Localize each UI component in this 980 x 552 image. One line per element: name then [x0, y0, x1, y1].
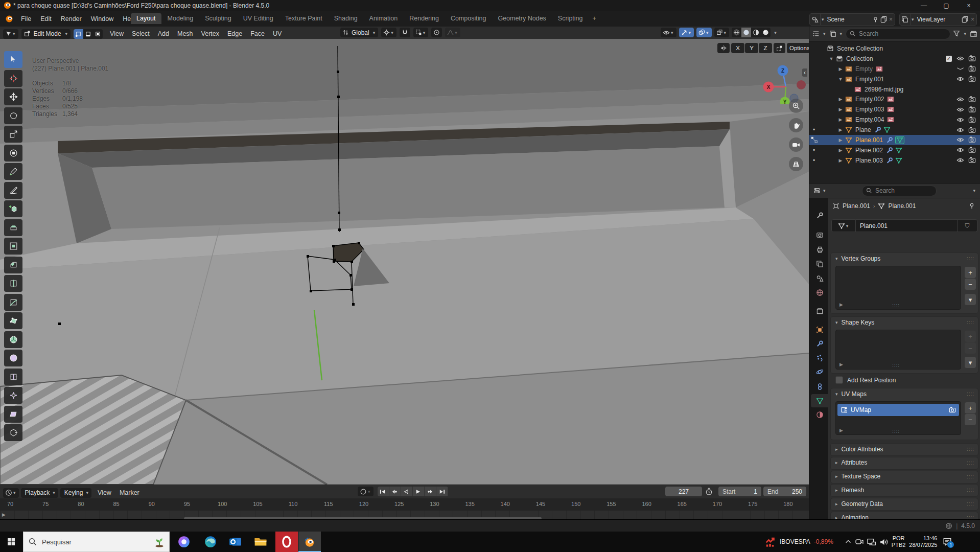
play-reverse-button[interactable]: [401, 487, 413, 496]
expand-arrow[interactable]: ▶: [837, 127, 844, 132]
hide-viewport-toggle[interactable]: [955, 106, 965, 113]
play-button[interactable]: [413, 487, 425, 496]
outliner-row-plane[interactable]: •▶Plane: [809, 125, 980, 135]
blender-menu-icon[interactable]: [2, 15, 16, 23]
workspace-tab-sculpting[interactable]: Sculpting: [199, 13, 237, 24]
tool-smooth[interactable]: [4, 350, 22, 366]
object-name[interactable]: 26986-mid.jpg: [865, 86, 903, 93]
workspace-tab-scripting[interactable]: Scripting: [552, 13, 589, 24]
expand-arrow[interactable]: ▶: [837, 148, 844, 153]
editor-type-button[interactable]: ▾: [3, 29, 18, 39]
pin-id-icon[interactable]: [968, 202, 975, 210]
expand-arrow[interactable]: ▶: [837, 117, 844, 122]
object-name[interactable]: Plane: [855, 126, 871, 133]
timeline-editor-type-button[interactable]: ▾: [3, 488, 19, 498]
timeline-menu-playback[interactable]: Playback▾: [21, 488, 58, 498]
add-vertex-group-button[interactable]: +: [965, 267, 976, 278]
start-button[interactable]: [0, 532, 22, 552]
taskbar-app-copilot[interactable]: [173, 532, 195, 552]
menu-render[interactable]: Render: [56, 11, 86, 27]
viewport-menu-add[interactable]: Add: [154, 28, 173, 40]
workspace-tab-compositing[interactable]: Compositing: [445, 13, 492, 24]
tool-rotate[interactable]: [4, 107, 22, 124]
list-expand-arrow[interactable]: ▶: [839, 362, 843, 367]
disable-render-toggle[interactable]: [967, 75, 977, 83]
add-uv-map-button[interactable]: +: [965, 402, 976, 413]
timeline-menu-marker[interactable]: Marker: [115, 487, 144, 499]
hide-viewport-toggle[interactable]: [955, 96, 965, 103]
outliner-row-empty-001[interactable]: ▼Empty.001: [809, 74, 980, 84]
menu-window[interactable]: Window: [86, 11, 118, 27]
mirror-axis-x-button[interactable]: X: [731, 43, 744, 53]
uv-maps-list[interactable]: UVMap ▶ ::::: [835, 401, 961, 435]
sidebar-collapse-arrow[interactable]: ‹: [802, 68, 807, 77]
tray-camera-icon[interactable]: [855, 538, 864, 546]
channels-expand-arrow[interactable]: ▶: [2, 512, 6, 517]
hide-viewport-toggle[interactable]: [955, 126, 965, 134]
outliner-search-input[interactable]: Search: [846, 29, 950, 39]
workspace-tab-animation[interactable]: Animation: [364, 13, 404, 24]
taskbar-app-blender[interactable]: [298, 532, 321, 552]
disable-render-toggle[interactable]: [967, 96, 977, 103]
workspace-tab-layout[interactable]: Layout: [131, 13, 161, 24]
properties-tab-material[interactable]: [811, 408, 828, 421]
outliner-row-empty-003[interactable]: ▶Empty.003: [809, 104, 980, 114]
filter-funnel-icon[interactable]: [953, 30, 960, 37]
tool-shear[interactable]: [4, 406, 22, 423]
new-collection-button[interactable]: [970, 30, 977, 38]
tool-spin[interactable]: [4, 331, 22, 348]
object-name[interactable]: Collection: [846, 55, 873, 62]
pin-icon[interactable]: [872, 16, 879, 23]
navigation-gizmo[interactable]: Z X Y: [762, 57, 809, 104]
current-frame-field[interactable]: 227: [665, 487, 702, 496]
gizmos-toggle[interactable]: ▾: [679, 28, 694, 37]
viewport-menu-select[interactable]: Select: [128, 28, 154, 40]
vertex-groups-panel-header[interactable]: ▾Vertex Groups::::: [831, 253, 978, 264]
language-indicator[interactable]: PORPTB2: [892, 535, 906, 548]
tool-add-cube[interactable]: [4, 200, 22, 217]
auto-keying-toggle[interactable]: ▾: [358, 487, 374, 496]
breadcrumb-data[interactable]: Plane.001: [888, 202, 916, 210]
menu-file[interactable]: File: [16, 11, 36, 27]
camera-view-button[interactable]: [789, 137, 803, 152]
new-scene-icon[interactable]: [880, 16, 888, 23]
shape-keys-list[interactable]: ▶ ::::: [835, 330, 961, 370]
taskbar-search[interactable]: Pesquisar: [23, 532, 170, 552]
shading-solid-button[interactable]: [741, 28, 751, 37]
remove-shape-key-button[interactable]: −: [965, 342, 976, 354]
mode-dropdown[interactable]: Edit Mode ▾: [21, 29, 71, 39]
pivot-dropdown[interactable]: ▾: [381, 28, 396, 37]
ticker-name[interactable]: IBOVESPA: [780, 539, 810, 545]
snap-target-dropdown[interactable]: ▾: [413, 28, 429, 37]
disable-render-toggle[interactable]: [967, 146, 977, 154]
shape-key-specials-dropdown[interactable]: ▾: [965, 357, 976, 368]
new-view-layer-icon[interactable]: [962, 16, 969, 23]
outliner-row-scene-collection[interactable]: Scene Collection: [809, 43, 980, 54]
minimize-button[interactable]: —: [913, 0, 935, 11]
3d-viewport[interactable]: User Perspective (227) Plane.001 | Plane…: [0, 39, 809, 485]
taskbar-app-outlook[interactable]: [224, 532, 247, 552]
hide-viewport-toggle[interactable]: [955, 116, 965, 124]
collection-checkbox[interactable]: ✓: [944, 56, 954, 62]
tool-measure[interactable]: [4, 182, 22, 199]
outliner-row-empty-004[interactable]: ▶Empty.004: [809, 114, 980, 125]
outliner-filter-id-dropdown[interactable]: [829, 30, 836, 37]
list-expand-arrow[interactable]: ▶: [839, 302, 843, 307]
object-name[interactable]: Empty.003: [855, 106, 884, 113]
workspace-tab-modeling[interactable]: Modeling: [162, 13, 199, 24]
tool-inset-faces[interactable]: [4, 238, 22, 255]
ticker-change[interactable]: -0,89%: [814, 539, 833, 545]
tray-volume-icon[interactable]: [879, 538, 888, 546]
visibility-dropdown[interactable]: ▾: [661, 28, 676, 37]
overlays-toggle[interactable]: ▾: [696, 28, 712, 37]
properties-search-input[interactable]: Search: [862, 186, 937, 196]
properties-tab-collection[interactable]: [811, 304, 828, 317]
xray-toggle[interactable]: ▾: [714, 28, 730, 37]
disable-render-toggle[interactable]: [967, 106, 977, 113]
object-name[interactable]: Plane.003: [855, 157, 883, 164]
properties-options-dropdown[interactable]: ▾: [973, 188, 975, 193]
end-frame-field[interactable]: End250: [763, 487, 806, 496]
tool-loop-cut[interactable]: [4, 275, 22, 292]
jump-to-start-button[interactable]: [378, 487, 389, 496]
taskbar-app-opera[interactable]: [275, 532, 298, 552]
